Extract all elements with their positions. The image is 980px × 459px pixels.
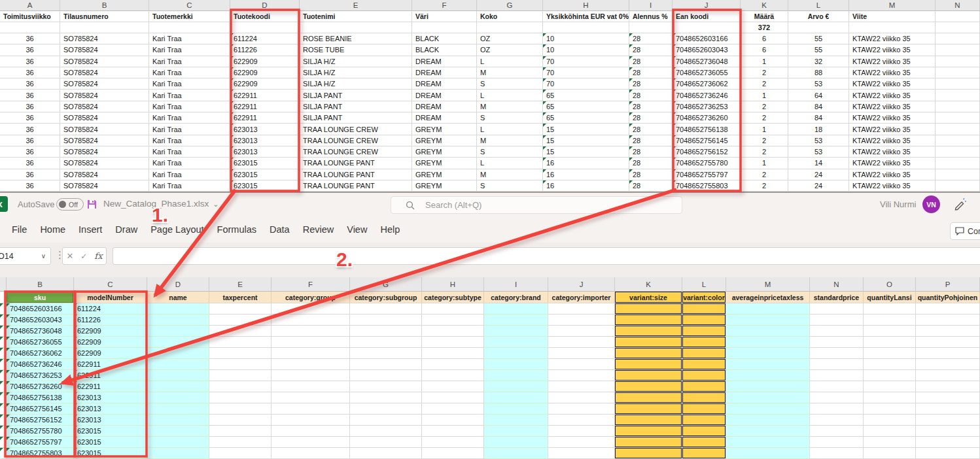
cell[interactable]	[271, 348, 350, 359]
cell[interactable]	[484, 359, 548, 370]
cell[interactable]: 36	[0, 124, 60, 135]
column-letter[interactable]: N	[810, 277, 864, 292]
column-letter[interactable]: F	[412, 0, 477, 11]
cell[interactable]	[936, 124, 980, 135]
cell[interactable]: 36	[0, 146, 60, 158]
cell[interactable]	[147, 448, 209, 459]
cell[interactable]: 16	[543, 169, 629, 180]
cell[interactable]: 623013	[230, 135, 300, 146]
cell[interactable]: KTAW22 viikko 35	[849, 101, 936, 112]
cell[interactable]: Kari Traa	[149, 124, 230, 135]
cell[interactable]	[548, 392, 615, 403]
cell[interactable]: SILJA PANT	[300, 101, 412, 112]
cell[interactable]	[230, 22, 300, 33]
cell[interactable]: KTAW22 viikko 35	[849, 112, 936, 124]
cell[interactable]	[422, 303, 484, 314]
cell[interactable]	[615, 359, 682, 370]
column-header[interactable]: modelNumber	[74, 292, 147, 303]
cell[interactable]	[916, 303, 980, 314]
cell[interactable]	[422, 437, 484, 448]
cell[interactable]	[412, 22, 477, 33]
cell[interactable]: DREAM	[412, 90, 477, 101]
cell[interactable]: 28	[629, 101, 673, 112]
cell[interactable]	[936, 180, 980, 192]
cell[interactable]	[629, 22, 673, 33]
cell[interactable]: SO785824	[60, 169, 149, 180]
cell[interactable]: 622909	[230, 56, 300, 67]
cell[interactable]	[864, 426, 916, 437]
column-header[interactable]: variant:color	[682, 292, 726, 303]
cell[interactable]: 623013	[74, 415, 147, 426]
cell[interactable]: SO785824	[60, 146, 149, 158]
name-box[interactable]: O14 ∨	[0, 247, 51, 265]
cell[interactable]: M	[477, 101, 543, 112]
cell[interactable]: 53	[788, 146, 849, 158]
cell[interactable]: 6	[741, 33, 788, 44]
cell[interactable]	[147, 392, 209, 403]
cell[interactable]	[936, 44, 980, 56]
cell[interactable]: 623013	[74, 392, 147, 403]
cell[interactable]: L	[477, 56, 543, 67]
cell[interactable]	[484, 426, 548, 437]
cell[interactable]	[810, 403, 864, 415]
cell[interactable]	[350, 337, 422, 348]
cell[interactable]	[810, 370, 864, 381]
column-letter[interactable]: H	[422, 277, 484, 292]
column-letter[interactable]: E	[300, 0, 412, 11]
cell[interactable]	[422, 326, 484, 337]
cell[interactable]: 7048652603166	[7, 303, 74, 314]
cell[interactable]: 7048652736253	[673, 101, 741, 112]
cell[interactable]: KTAW22 viikko 35	[849, 33, 936, 44]
cell[interactable]: M	[477, 169, 543, 180]
column-letter[interactable]: C	[149, 0, 230, 11]
cell[interactable]	[615, 370, 682, 381]
cell[interactable]	[350, 392, 422, 403]
cell[interactable]	[936, 90, 980, 101]
cell[interactable]	[726, 426, 810, 437]
cell[interactable]	[147, 381, 209, 392]
cell[interactable]	[615, 326, 682, 337]
cell[interactable]	[849, 22, 936, 33]
cell[interactable]	[548, 326, 615, 337]
cell[interactable]: Kari Traa	[149, 33, 230, 44]
cell[interactable]: GREYM	[412, 158, 477, 169]
cell[interactable]	[0, 292, 7, 303]
ribbon-tab-review[interactable]: Review	[296, 224, 341, 235]
cell[interactable]: 7048652756152	[7, 415, 74, 426]
cell[interactable]	[615, 337, 682, 348]
cell[interactable]: KTAW22 viikko 35	[849, 180, 936, 192]
cell[interactable]	[936, 78, 980, 90]
ribbon-tab-data[interactable]: Data	[263, 224, 296, 235]
cell[interactable]: Kari Traa	[149, 78, 230, 90]
cell[interactable]: 623013	[74, 403, 147, 415]
cell[interactable]: TRAA LOUNGE CREW	[300, 135, 412, 146]
cell[interactable]	[300, 22, 412, 33]
cell[interactable]	[936, 135, 980, 146]
cell[interactable]	[209, 426, 271, 437]
cell[interactable]	[682, 415, 726, 426]
cell[interactable]: 84	[788, 112, 849, 124]
cell[interactable]: 7048652756138	[673, 124, 741, 135]
cell[interactable]: 7048652736055	[7, 337, 74, 348]
cell[interactable]	[484, 314, 548, 326]
cell[interactable]: 36	[0, 135, 60, 146]
cell[interactable]	[0, 392, 7, 403]
column-letter[interactable]: P	[916, 277, 980, 292]
column-letter[interactable]: H	[543, 0, 629, 11]
cell[interactable]: 6	[741, 44, 788, 56]
cell[interactable]: 7048652756145	[673, 135, 741, 146]
cell[interactable]	[864, 326, 916, 337]
cell[interactable]	[0, 337, 7, 348]
cell[interactable]: 7048652736048	[7, 326, 74, 337]
cell[interactable]: Kari Traa	[149, 180, 230, 192]
cell[interactable]	[916, 348, 980, 359]
cell[interactable]: TRAA LOUNGE CREW	[300, 124, 412, 135]
column-letter[interactable]: I	[484, 277, 548, 292]
cell[interactable]	[271, 426, 350, 437]
cell[interactable]	[422, 370, 484, 381]
cell[interactable]: 623013	[230, 124, 300, 135]
cell[interactable]	[271, 326, 350, 337]
cell[interactable]	[271, 370, 350, 381]
cell[interactable]	[209, 403, 271, 415]
cell[interactable]: M	[477, 67, 543, 78]
